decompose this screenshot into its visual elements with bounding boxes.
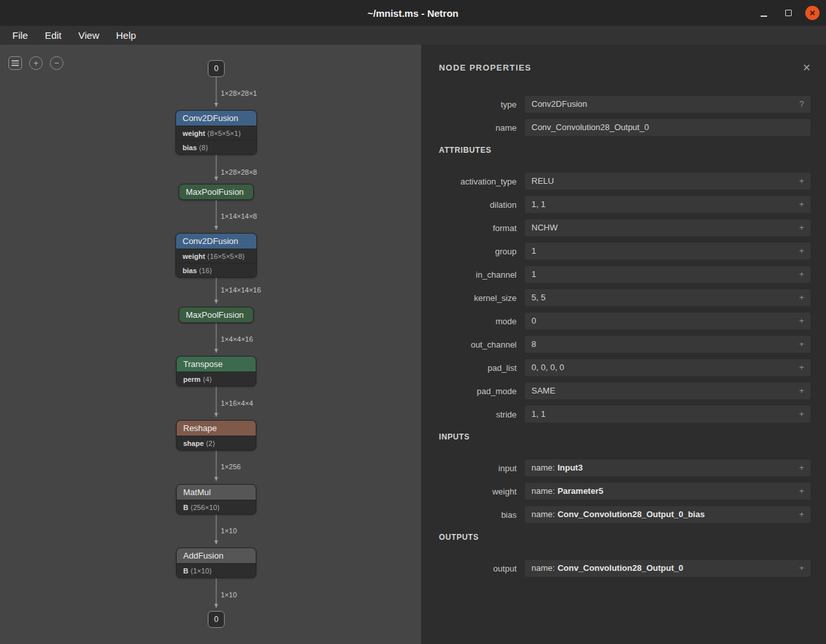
node-attr-row: shape⟨2⟩ xyxy=(177,436,256,450)
graph-node-input[interactable]: 0 xyxy=(208,60,225,77)
expand-icon[interactable]: + xyxy=(799,219,804,236)
input-value-box[interactable]: name:Parameter5 + xyxy=(525,483,810,500)
node-attr-value: ⟨8⟩ xyxy=(199,144,208,151)
attribute-value-box[interactable]: 0, 0, 0, 0 + xyxy=(525,359,810,376)
graph-node-conv2dfusion-1[interactable]: Conv2DFusion weight⟨8×5×5×1⟩ bias⟨8⟩ xyxy=(175,110,257,155)
close-button[interactable]: × xyxy=(805,6,820,20)
attribute-value-box[interactable]: 1 + xyxy=(525,266,810,283)
menu-file[interactable]: File xyxy=(4,28,36,43)
attribute-value-box[interactable]: NCHW + xyxy=(525,219,810,236)
attribute-label: format xyxy=(439,223,517,233)
help-icon[interactable]: ? xyxy=(799,96,804,113)
output-value: name:Conv_Convolution28_Output_0 xyxy=(531,560,794,577)
expand-icon[interactable]: + xyxy=(799,336,804,353)
attribute-value-box[interactable]: 1 + xyxy=(525,243,810,260)
node-attr-value: ⟨8×5×5×1⟩ xyxy=(207,129,241,137)
menu-toggle-button[interactable] xyxy=(8,56,22,70)
panel-close-icon[interactable]: × xyxy=(803,61,810,73)
maximize-button[interactable] xyxy=(781,5,796,21)
graph-node-maxpoolfusion-2[interactable]: MaxPoolFusion xyxy=(179,307,254,323)
menu-edit[interactable]: Edit xyxy=(36,28,70,43)
menubar: File Edit View Help xyxy=(0,26,826,45)
node-header[interactable]: AddFusion xyxy=(177,548,256,563)
attribute-row-pad_list: pad_list 0, 0, 0, 0 + xyxy=(439,359,810,376)
attribute-value: SAME xyxy=(531,383,794,399)
property-label: type xyxy=(439,100,517,109)
expand-icon[interactable]: + xyxy=(799,173,804,190)
attribute-row-pad_mode: pad_mode SAME + xyxy=(439,383,810,399)
zoom-in-button[interactable]: + xyxy=(29,56,43,70)
zoom-out-button[interactable]: − xyxy=(50,56,63,70)
attribute-value-box[interactable]: 1, 1 + xyxy=(525,196,810,213)
canvas-toolbar: + − xyxy=(8,56,63,70)
expand-icon[interactable]: + xyxy=(799,383,804,399)
attribute-row-out_channel: out_channel 8 + xyxy=(439,336,810,353)
input-label: input xyxy=(439,463,517,473)
input-name: Parameter5 xyxy=(557,486,603,496)
input-value-box[interactable]: name:Conv_Convolution28_Output_0_bias + xyxy=(525,506,810,523)
edge-shape-label: 1×256 xyxy=(221,463,241,471)
menu-view[interactable]: View xyxy=(70,28,107,43)
attribute-value-box[interactable]: SAME + xyxy=(525,383,810,399)
input-value-box[interactable]: name:Input3 + xyxy=(525,460,810,476)
graph-canvas[interactable]: + − 1×28×28×1 1×28×28×8 1×14×14×8 1×14×1… xyxy=(0,45,421,644)
expand-icon[interactable]: + xyxy=(799,483,804,500)
graph-node-conv2dfusion-2[interactable]: Conv2DFusion weight⟨16×5×5×8⟩ bias⟨16⟩ xyxy=(175,233,257,278)
titlebar: ~/mnist.ms - Netron × xyxy=(0,0,826,26)
expand-icon[interactable]: + xyxy=(799,243,804,260)
node-attr-key: B xyxy=(183,567,188,575)
minimize-button[interactable] xyxy=(756,5,772,21)
attribute-value-box[interactable]: 8 + xyxy=(525,336,810,353)
attribute-value-box[interactable]: 1, 1 + xyxy=(525,406,810,423)
node-header[interactable]: MaxPoolFusion xyxy=(179,184,253,199)
expand-icon[interactable]: + xyxy=(799,289,804,306)
expand-icon[interactable]: + xyxy=(799,560,804,577)
minimize-icon xyxy=(761,16,767,17)
node-header[interactable]: MaxPoolFusion xyxy=(179,307,253,322)
input-value: name:Input3 xyxy=(531,460,794,476)
graph-node-matmul[interactable]: MatMul B⟨256×10⟩ xyxy=(176,484,256,515)
maximize-icon xyxy=(785,10,792,16)
attribute-label: pad_list xyxy=(439,363,517,373)
node-header[interactable]: Conv2DFusion xyxy=(176,234,256,249)
expand-icon[interactable]: + xyxy=(799,266,804,283)
graph-node-output[interactable]: 0 xyxy=(208,611,225,628)
panel-title: NODE PROPERTIES xyxy=(439,63,531,72)
node-header[interactable]: Reshape xyxy=(177,421,256,436)
attribute-label: kernel_size xyxy=(439,293,517,303)
property-value-box[interactable]: Conv_Convolution28_Output_0 xyxy=(525,119,810,136)
output-name-prefix: name: xyxy=(531,563,555,573)
expand-icon[interactable]: + xyxy=(799,506,804,523)
node-header[interactable]: Conv2DFusion xyxy=(176,111,256,126)
expand-icon[interactable]: + xyxy=(799,359,804,376)
attribute-value: 1, 1 xyxy=(531,196,794,213)
attribute-value-box[interactable]: 5, 5 + xyxy=(525,289,810,306)
attribute-value-box[interactable]: RELU + xyxy=(525,173,810,190)
expand-icon[interactable]: + xyxy=(799,406,804,423)
output-name: Conv_Convolution28_Output_0 xyxy=(557,563,683,573)
graph-node-addfusion[interactable]: AddFusion B⟨1×10⟩ xyxy=(176,548,256,578)
input-name-prefix: name: xyxy=(531,463,555,472)
graph-node-reshape[interactable]: Reshape shape⟨2⟩ xyxy=(176,420,256,450)
attribute-row-in_channel: in_channel 1 + xyxy=(439,266,810,283)
node-attr-value: ⟨2⟩ xyxy=(206,439,216,447)
node-attr-value: ⟨256×10⟩ xyxy=(190,504,220,511)
expand-icon[interactable]: + xyxy=(799,313,804,329)
attribute-value: 1 xyxy=(531,243,794,260)
node-attr-key: bias xyxy=(183,144,197,151)
node-header[interactable]: MatMul xyxy=(177,485,256,500)
attribute-row-stride: stride 1, 1 + xyxy=(439,406,810,423)
expand-icon[interactable]: + xyxy=(799,460,804,476)
edge-shape-label: 1×28×28×8 xyxy=(221,168,257,176)
input-name: Input3 xyxy=(557,463,583,472)
node-header[interactable]: Transpose xyxy=(177,357,256,372)
input-row-bias: bias name:Conv_Convolution28_Output_0_bi… xyxy=(439,506,810,523)
graph-node-transpose[interactable]: Transpose perm⟨4⟩ xyxy=(176,356,256,386)
expand-icon[interactable]: + xyxy=(799,196,804,213)
node-attr-value: ⟨16×5×5×8⟩ xyxy=(207,252,245,260)
attribute-value-box[interactable]: 0 + xyxy=(525,313,810,329)
output-value-box[interactable]: name:Conv_Convolution28_Output_0 + xyxy=(525,560,810,577)
property-value-box[interactable]: Conv2DFusion ? xyxy=(525,96,810,113)
graph-node-maxpoolfusion-1[interactable]: MaxPoolFusion xyxy=(179,184,254,200)
menu-help[interactable]: Help xyxy=(107,28,144,43)
